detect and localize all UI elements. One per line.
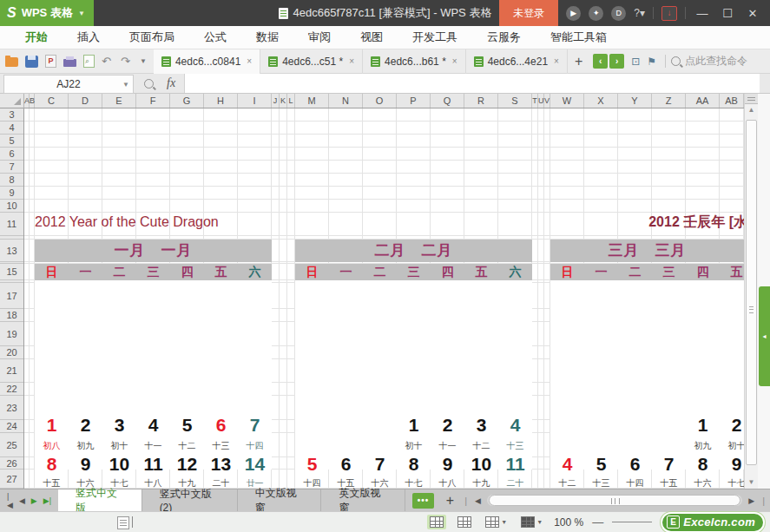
lunar-date[interactable]: 十一 bbox=[431, 440, 464, 451]
day-cell[interactable]: 12 bbox=[170, 453, 204, 477]
toolbar-dropdown-icon[interactable]: ▼ bbox=[140, 57, 147, 65]
close-button[interactable]: ✕ bbox=[744, 7, 761, 20]
row-header-8[interactable]: 8 bbox=[0, 174, 23, 187]
redo-icon[interactable]: ↷ bbox=[121, 56, 133, 68]
column-header-T[interactable]: T bbox=[532, 94, 538, 108]
day-cell[interactable]: 2 bbox=[431, 414, 464, 440]
lunar-date[interactable]: 初九 bbox=[686, 440, 720, 451]
day-cell[interactable]: 1 bbox=[686, 414, 720, 440]
row-header-5[interactable]: 5 bbox=[0, 135, 23, 148]
help-icon[interactable]: ?▾ bbox=[634, 7, 645, 19]
day-cell[interactable]: 9 bbox=[720, 453, 744, 477]
macro-record-icon[interactable] bbox=[117, 516, 129, 529]
row-header-9[interactable]: 9 bbox=[0, 187, 23, 200]
save-icon[interactable] bbox=[25, 56, 38, 68]
column-header-AB[interactable]: AB bbox=[720, 94, 744, 108]
last-sheet-icon[interactable]: ▶| bbox=[43, 496, 51, 505]
day-cell[interactable]: 6 bbox=[618, 453, 652, 477]
day-cell[interactable]: 3 bbox=[102, 414, 136, 440]
formula-input[interactable] bbox=[184, 74, 760, 93]
formula-search-icon[interactable] bbox=[144, 79, 154, 89]
skin-icon[interactable]: ✦ bbox=[589, 6, 603, 21]
hscroll-right-icon[interactable]: ▶ bbox=[746, 496, 757, 505]
lunar-date[interactable]: 十五 bbox=[329, 477, 363, 489]
ribbon-tab-0[interactable]: 开始 bbox=[10, 26, 63, 49]
day-cell[interactable]: 4 bbox=[498, 414, 532, 440]
file-tab-0[interactable]: 4edc6...c0841× bbox=[154, 49, 260, 74]
scroll-up-icon[interactable]: ▲ bbox=[745, 104, 758, 116]
export-pdf-icon[interactable]: P bbox=[45, 55, 56, 68]
zoom-out-button[interactable]: — bbox=[592, 516, 603, 529]
row-header-15[interactable]: 15 bbox=[0, 264, 23, 280]
lunar-date[interactable]: 十四 bbox=[618, 477, 652, 489]
hscroll-left-icon[interactable]: ◀ bbox=[472, 496, 484, 505]
insert-function-button[interactable]: fx bbox=[167, 76, 175, 90]
day-cell[interactable]: 8 bbox=[397, 453, 431, 477]
day-cell[interactable]: 5 bbox=[170, 414, 204, 440]
column-header-N[interactable]: N bbox=[329, 94, 363, 108]
zoom-slider[interactable] bbox=[612, 522, 652, 522]
row-header-24[interactable]: 24 bbox=[0, 420, 23, 433]
vertical-scroll-thumb[interactable] bbox=[746, 120, 757, 465]
ribbon-tab-8[interactable]: 云服务 bbox=[472, 26, 536, 49]
add-sheet-button[interactable]: + bbox=[441, 493, 459, 509]
day-cell[interactable]: 7 bbox=[238, 414, 272, 440]
row-header-6[interactable]: 6 bbox=[0, 148, 23, 161]
more-sheets-button[interactable]: ••• bbox=[412, 493, 434, 509]
ribbon-tab-9[interactable]: 智能工具箱 bbox=[536, 26, 622, 49]
day-cell[interactable]: 6 bbox=[204, 414, 238, 440]
row-header-19[interactable]: 19 bbox=[0, 322, 23, 346]
first-sheet-icon[interactable]: |◀ bbox=[7, 492, 13, 509]
day-cell[interactable]: 14 bbox=[238, 453, 272, 477]
column-header-D[interactable]: D bbox=[69, 94, 102, 108]
day-cell[interactable]: 3 bbox=[464, 414, 498, 440]
scroll-tabs-right-button[interactable]: › bbox=[609, 54, 624, 69]
reader-mode-button[interactable]: ▼ bbox=[518, 515, 545, 529]
column-header-Q[interactable]: Q bbox=[431, 94, 464, 108]
ribbon-tab-6[interactable]: 视图 bbox=[346, 26, 398, 49]
row-header-27[interactable]: 27 bbox=[0, 470, 23, 489]
vertical-scrollbar[interactable]: ▲ ▼ bbox=[744, 94, 758, 489]
maximize-button[interactable]: ☐ bbox=[719, 7, 736, 20]
lunar-date[interactable]: 十五 bbox=[35, 477, 69, 489]
scroll-tabs-left-button[interactable]: ‹ bbox=[593, 54, 608, 69]
lunar-date[interactable]: 初十 bbox=[397, 440, 431, 451]
column-header-I[interactable]: I bbox=[238, 94, 272, 108]
day-cell[interactable]: 9 bbox=[431, 453, 464, 477]
lunar-date[interactable]: 十三 bbox=[204, 440, 238, 451]
row-header-20[interactable]: 20 bbox=[0, 346, 23, 359]
minimize-button[interactable]: — bbox=[694, 7, 711, 20]
column-header-H[interactable]: H bbox=[204, 94, 238, 108]
lunar-date[interactable]: 十三 bbox=[584, 477, 618, 489]
column-header-AA[interactable]: AA bbox=[686, 94, 720, 108]
day-cell[interactable]: 11 bbox=[498, 453, 532, 477]
lunar-date[interactable]: 十六 bbox=[686, 477, 720, 489]
ribbon-tab-4[interactable]: 数据 bbox=[241, 26, 293, 49]
select-all-corner[interactable] bbox=[0, 94, 24, 108]
lunar-date[interactable]: 十五 bbox=[652, 477, 686, 489]
sheet-grid[interactable]: 2012 Year of the Cute Dragon 2012 壬辰年 [水… bbox=[24, 108, 744, 489]
day-cell[interactable]: 9 bbox=[69, 453, 102, 477]
next-sheet-icon[interactable]: ▶ bbox=[31, 496, 37, 505]
scroll-down-icon[interactable]: ▼ bbox=[745, 476, 758, 489]
day-cell[interactable]: 4 bbox=[136, 414, 170, 440]
day-cell[interactable]: 10 bbox=[464, 453, 498, 477]
file-tab-1[interactable]: 4edc6...c51 *× bbox=[260, 49, 363, 74]
page-layout-view-button[interactable]: ▼ bbox=[483, 515, 510, 529]
lunar-date[interactable]: 十四 bbox=[238, 440, 272, 451]
column-header-C[interactable]: C bbox=[35, 94, 69, 108]
excelcn-logo[interactable]: E Excelcn.com bbox=[661, 512, 765, 532]
lunar-date[interactable]: 十一 bbox=[136, 440, 170, 451]
download-icon[interactable]: ↓ bbox=[661, 6, 677, 21]
day-cell[interactable]: 1 bbox=[35, 414, 69, 440]
day-cell[interactable]: 7 bbox=[652, 453, 686, 477]
column-header-F[interactable]: F bbox=[136, 94, 170, 108]
lunar-date[interactable]: 二十 bbox=[498, 477, 532, 489]
wps-app-button[interactable]: S WPS 表格 ▼ bbox=[0, 0, 94, 26]
day-cell[interactable]: 10 bbox=[102, 453, 136, 477]
day-cell[interactable]: 8 bbox=[35, 453, 69, 477]
sheet-tab-0[interactable]: 竖式中文版 bbox=[58, 489, 142, 512]
lunar-date[interactable]: 十九 bbox=[170, 477, 204, 489]
tab-list-icon[interactable]: ⚑ bbox=[643, 56, 660, 68]
day-cell[interactable]: 13 bbox=[204, 453, 238, 477]
